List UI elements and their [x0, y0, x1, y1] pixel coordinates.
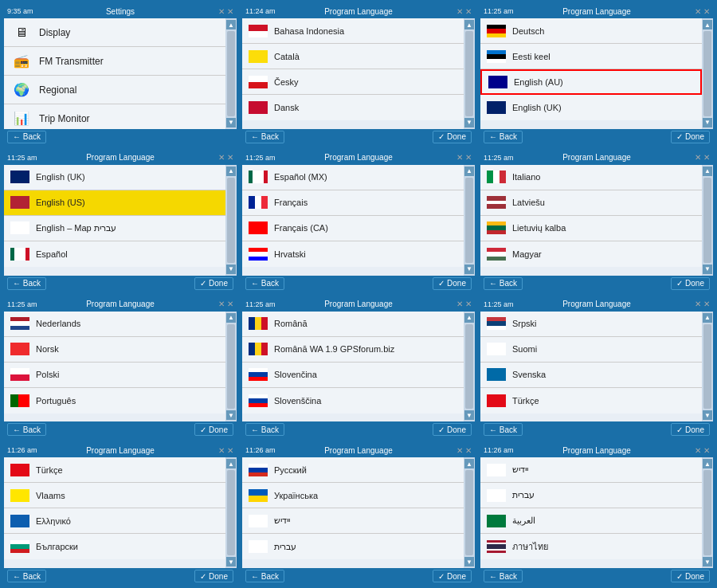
close-icon[interactable]: ✕ ✕: [218, 300, 233, 308]
language-item[interactable]: Polski: [4, 363, 225, 388]
scroll-down-button[interactable]: ▼: [464, 118, 474, 127]
back-button[interactable]: ← Back: [245, 423, 284, 436]
scroll-down-button[interactable]: ▼: [226, 410, 236, 420]
close-icon[interactable]: ✕ ✕: [695, 446, 710, 455]
scroll-down-button[interactable]: ▼: [703, 265, 712, 274]
close-icon[interactable]: ✕ ✕: [218, 153, 233, 162]
language-item[interactable]: العربية: [480, 508, 702, 534]
back-button[interactable]: ← Back: [245, 131, 284, 143]
close-icon[interactable]: ✕ ✕: [456, 153, 472, 162]
scroll-down-button[interactable]: ▼: [226, 557, 236, 566]
language-item[interactable]: Dansk: [242, 95, 464, 120]
close-icon[interactable]: ✕ ✕: [218, 7, 233, 16]
scroll-down-button[interactable]: ▼: [464, 557, 474, 566]
language-item[interactable]: Srpski: [480, 312, 702, 337]
language-item[interactable]: Eesti keel: [480, 44, 702, 69]
scroll-up-button[interactable]: ▲: [703, 167, 712, 176]
language-item[interactable]: Português: [4, 388, 225, 414]
language-item[interactable]: עברית: [480, 483, 702, 508]
done-button[interactable]: ✓ Done: [671, 277, 710, 290]
done-button[interactable]: ✓ Done: [433, 277, 472, 290]
done-button[interactable]: ✓ Done: [671, 131, 710, 143]
done-button[interactable]: ✓ Done: [433, 131, 472, 143]
scroll-up-button[interactable]: ▲: [464, 20, 474, 29]
language-item[interactable]: Vlaams: [4, 483, 225, 508]
scroll-up-button[interactable]: ▲: [226, 313, 236, 323]
done-button[interactable]: ✓ Done: [671, 423, 710, 436]
scroll-down-button[interactable]: ▼: [703, 410, 712, 420]
close-icon[interactable]: ✕ ✕: [456, 446, 472, 455]
language-item[interactable]: Magyar: [480, 241, 702, 267]
scroll-up-button[interactable]: ▲: [703, 459, 712, 468]
scroll-up-button[interactable]: ▲: [464, 167, 474, 176]
language-item[interactable]: Български: [4, 534, 225, 559]
close-icon[interactable]: ✕ ✕: [456, 7, 472, 16]
language-item[interactable]: English (UK): [4, 165, 225, 190]
language-item[interactable]: Română: [242, 312, 464, 337]
language-item[interactable]: Ελληνικό: [4, 508, 225, 534]
language-item[interactable]: Русский: [242, 457, 464, 483]
scroll-up-button[interactable]: ▲: [226, 20, 236, 29]
language-item[interactable]: Français: [242, 190, 464, 216]
done-button[interactable]: ✓ Done: [194, 423, 233, 436]
back-button[interactable]: ← Back: [484, 131, 523, 143]
back-button[interactable]: ← Back: [245, 570, 284, 582]
language-item[interactable]: עברית: [242, 534, 464, 559]
language-item[interactable]: יידיש: [480, 457, 702, 483]
done-button[interactable]: ✓ Done: [194, 570, 233, 582]
close-icon[interactable]: ✕ ✕: [695, 153, 710, 162]
scroll-down-button[interactable]: ▼: [226, 265, 236, 274]
back-button[interactable]: ← Back: [7, 423, 46, 436]
language-item[interactable]: Română WA 1.9 GPSforum.biz: [242, 337, 464, 363]
language-item[interactable]: English – Map עברית: [4, 216, 225, 241]
language-item[interactable]: Česky: [242, 69, 464, 95]
language-item[interactable]: יידיש: [242, 508, 464, 534]
language-item[interactable]: Español (MX): [242, 165, 464, 190]
language-item[interactable]: Français (CA): [242, 216, 464, 241]
done-button[interactable]: ✓ Done: [194, 277, 233, 290]
settings-item[interactable]: 📊 Trip Monitor: [4, 104, 225, 129]
settings-item[interactable]: 🌍 Regional: [4, 76, 225, 104]
scroll-down-button[interactable]: ▼: [464, 265, 474, 274]
language-item[interactable]: Nederlands: [4, 312, 225, 337]
back-button[interactable]: ← Back: [484, 423, 523, 436]
done-button[interactable]: ✓ Done: [433, 423, 472, 436]
scroll-up-button[interactable]: ▲: [226, 167, 236, 176]
back-button[interactable]: ← Back: [484, 277, 523, 290]
back-button[interactable]: ← Back: [7, 570, 46, 582]
scroll-down-button[interactable]: ▼: [703, 557, 712, 566]
language-item[interactable]: Norsk: [4, 337, 225, 363]
scroll-down-button[interactable]: ▼: [464, 410, 474, 420]
back-button[interactable]: ← Back: [7, 277, 46, 290]
language-item[interactable]: Latviešu: [480, 190, 702, 216]
language-item[interactable]: ภาษาไทย: [480, 534, 702, 559]
scroll-down-button[interactable]: ▼: [703, 118, 712, 127]
settings-item[interactable]: 🖥 Display: [4, 18, 225, 47]
language-item[interactable]: Bahasa Indonesia: [242, 18, 464, 44]
scroll-up-button[interactable]: ▲: [703, 313, 712, 323]
language-item[interactable]: English (AU): [480, 69, 702, 95]
language-item[interactable]: Español: [4, 241, 225, 267]
back-button[interactable]: ← Back: [7, 131, 46, 143]
language-item[interactable]: Italiano: [480, 165, 702, 190]
close-icon[interactable]: ✕ ✕: [456, 300, 472, 308]
language-item[interactable]: Türkçe: [480, 388, 702, 414]
done-button[interactable]: ✓ Done: [671, 570, 710, 582]
language-item[interactable]: Українська: [242, 483, 464, 508]
done-button[interactable]: ✓ Done: [433, 570, 472, 582]
language-item[interactable]: Hrvatski: [242, 241, 464, 267]
close-icon[interactable]: ✕ ✕: [218, 446, 233, 455]
scroll-up-button[interactable]: ▲: [464, 459, 474, 468]
language-item[interactable]: Türkçe: [4, 457, 225, 483]
scroll-up-button[interactable]: ▲: [703, 20, 712, 29]
close-icon[interactable]: ✕ ✕: [695, 7, 710, 16]
language-item[interactable]: Català: [242, 44, 464, 69]
language-item[interactable]: Svenska: [480, 363, 702, 388]
language-item[interactable]: Lietuvių kalba: [480, 216, 702, 241]
back-button[interactable]: ← Back: [245, 277, 284, 290]
language-item[interactable]: Deutsch: [480, 18, 702, 44]
back-button[interactable]: ← Back: [484, 570, 523, 582]
scroll-down-button[interactable]: ▼: [226, 118, 236, 127]
close-icon[interactable]: ✕ ✕: [695, 300, 710, 308]
language-item[interactable]: English (US): [4, 190, 225, 216]
